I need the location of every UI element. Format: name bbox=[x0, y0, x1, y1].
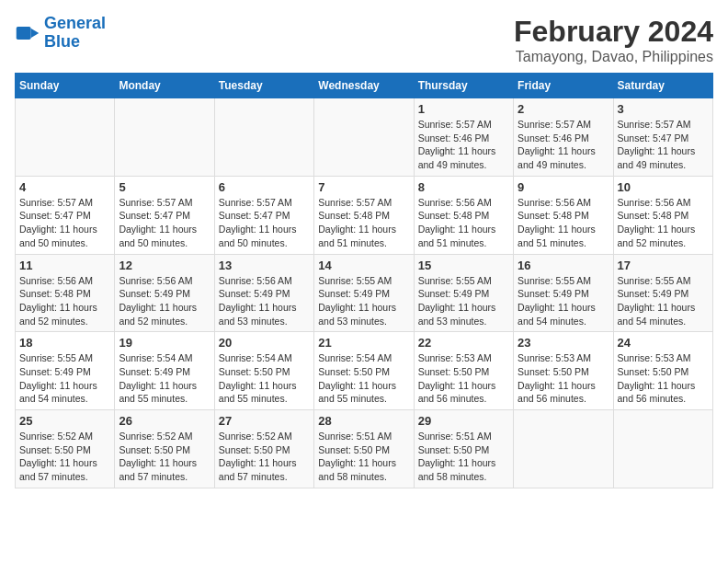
day-info: Sunrise: 5:51 AM Sunset: 5:50 PM Dayligh… bbox=[318, 430, 409, 484]
svg-marker-1 bbox=[31, 29, 40, 39]
day-info: Sunrise: 5:54 AM Sunset: 5:50 PM Dayligh… bbox=[318, 351, 409, 406]
calendar-cell: 3Sunrise: 5:57 AM Sunset: 5:47 PM Daylig… bbox=[613, 98, 712, 177]
day-number: 22 bbox=[418, 336, 509, 350]
day-header-tuesday: Tuesday bbox=[214, 74, 313, 98]
day-header-wednesday: Wednesday bbox=[314, 74, 414, 98]
calendar-cell: 4Sunrise: 5:57 AM Sunset: 5:47 PM Daylig… bbox=[16, 176, 115, 254]
day-number: 8 bbox=[418, 180, 509, 194]
calendar-cell: 2Sunrise: 5:57 AM Sunset: 5:46 PM Daylig… bbox=[514, 98, 613, 177]
day-info: Sunrise: 5:55 AM Sunset: 5:49 PM Dayligh… bbox=[19, 351, 110, 406]
day-info: Sunrise: 5:57 AM Sunset: 5:47 PM Dayligh… bbox=[618, 118, 709, 172]
day-number: 11 bbox=[19, 259, 110, 272]
day-info: Sunrise: 5:57 AM Sunset: 5:48 PM Dayligh… bbox=[318, 196, 409, 250]
day-header-monday: Monday bbox=[115, 74, 214, 98]
day-number: 29 bbox=[418, 414, 509, 428]
day-number: 4 bbox=[19, 180, 110, 194]
calendar-cell: 16Sunrise: 5:55 AM Sunset: 5:49 PM Dayli… bbox=[514, 254, 613, 332]
day-number: 5 bbox=[119, 180, 210, 194]
day-number: 23 bbox=[518, 336, 609, 350]
calendar-table: SundayMondayTuesdayWednesdayThursdayFrid… bbox=[15, 73, 713, 488]
calendar-cell: 7Sunrise: 5:57 AM Sunset: 5:48 PM Daylig… bbox=[314, 176, 414, 254]
day-number: 9 bbox=[518, 180, 609, 194]
calendar-cell: 8Sunrise: 5:56 AM Sunset: 5:48 PM Daylig… bbox=[414, 176, 513, 254]
day-info: Sunrise: 5:52 AM Sunset: 5:50 PM Dayligh… bbox=[119, 430, 210, 484]
calendar-cell: 25Sunrise: 5:52 AM Sunset: 5:50 PM Dayli… bbox=[16, 410, 115, 488]
day-number: 2 bbox=[518, 102, 609, 116]
day-number: 13 bbox=[219, 259, 310, 272]
calendar-cell: 28Sunrise: 5:51 AM Sunset: 5:50 PM Dayli… bbox=[314, 410, 414, 488]
day-info: Sunrise: 5:57 AM Sunset: 5:47 PM Dayligh… bbox=[19, 196, 110, 250]
calendar-cell: 19Sunrise: 5:54 AM Sunset: 5:49 PM Dayli… bbox=[115, 332, 214, 410]
day-info: Sunrise: 5:53 AM Sunset: 5:50 PM Dayligh… bbox=[618, 351, 709, 406]
day-info: Sunrise: 5:56 AM Sunset: 5:48 PM Dayligh… bbox=[418, 196, 509, 250]
day-header-sunday: Sunday bbox=[16, 74, 115, 98]
page-subtitle: Tamayong, Davao, Philippines bbox=[514, 49, 713, 65]
day-header-thursday: Thursday bbox=[414, 74, 513, 98]
calendar-cell: 29Sunrise: 5:51 AM Sunset: 5:50 PM Dayli… bbox=[414, 410, 513, 488]
day-number: 10 bbox=[618, 180, 709, 194]
calendar-cell: 24Sunrise: 5:53 AM Sunset: 5:50 PM Dayli… bbox=[613, 332, 712, 410]
calendar-week-row: 25Sunrise: 5:52 AM Sunset: 5:50 PM Dayli… bbox=[16, 410, 713, 488]
day-number: 7 bbox=[318, 180, 409, 194]
day-header-friday: Friday bbox=[514, 74, 613, 98]
day-info: Sunrise: 5:56 AM Sunset: 5:49 PM Dayligh… bbox=[119, 274, 210, 328]
day-info: Sunrise: 5:57 AM Sunset: 5:47 PM Dayligh… bbox=[219, 196, 310, 250]
calendar-cell: 10Sunrise: 5:56 AM Sunset: 5:48 PM Dayli… bbox=[613, 176, 712, 254]
calendar-cell bbox=[214, 98, 313, 177]
calendar-cell: 21Sunrise: 5:54 AM Sunset: 5:50 PM Dayli… bbox=[314, 332, 414, 410]
day-info: Sunrise: 5:56 AM Sunset: 5:49 PM Dayligh… bbox=[219, 274, 310, 328]
day-number: 3 bbox=[618, 102, 709, 116]
day-number: 17 bbox=[618, 259, 709, 272]
calendar-week-row: 18Sunrise: 5:55 AM Sunset: 5:49 PM Dayli… bbox=[16, 332, 713, 410]
calendar-cell: 12Sunrise: 5:56 AM Sunset: 5:49 PM Dayli… bbox=[115, 254, 214, 332]
day-info: Sunrise: 5:55 AM Sunset: 5:49 PM Dayligh… bbox=[518, 274, 609, 328]
calendar-header-row: SundayMondayTuesdayWednesdayThursdayFrid… bbox=[16, 74, 713, 98]
day-number: 27 bbox=[219, 414, 310, 428]
day-info: Sunrise: 5:54 AM Sunset: 5:49 PM Dayligh… bbox=[119, 351, 210, 406]
day-info: Sunrise: 5:56 AM Sunset: 5:48 PM Dayligh… bbox=[19, 274, 110, 328]
day-number: 1 bbox=[418, 102, 509, 116]
calendar-cell: 20Sunrise: 5:54 AM Sunset: 5:50 PM Dayli… bbox=[214, 332, 313, 410]
calendar-cell bbox=[314, 98, 414, 177]
calendar-cell: 22Sunrise: 5:53 AM Sunset: 5:50 PM Dayli… bbox=[414, 332, 513, 410]
day-info: Sunrise: 5:52 AM Sunset: 5:50 PM Dayligh… bbox=[19, 430, 110, 484]
svg-rect-0 bbox=[17, 27, 31, 40]
calendar-cell: 1Sunrise: 5:57 AM Sunset: 5:46 PM Daylig… bbox=[414, 98, 513, 177]
day-info: Sunrise: 5:56 AM Sunset: 5:48 PM Dayligh… bbox=[618, 196, 709, 250]
day-info: Sunrise: 5:55 AM Sunset: 5:49 PM Dayligh… bbox=[318, 274, 409, 328]
day-number: 21 bbox=[318, 336, 409, 350]
calendar-cell: 26Sunrise: 5:52 AM Sunset: 5:50 PM Dayli… bbox=[115, 410, 214, 488]
day-number: 20 bbox=[219, 336, 310, 350]
calendar-cell: 23Sunrise: 5:53 AM Sunset: 5:50 PM Dayli… bbox=[514, 332, 613, 410]
calendar-cell: 14Sunrise: 5:55 AM Sunset: 5:49 PM Dayli… bbox=[314, 254, 414, 332]
calendar-cell: 27Sunrise: 5:52 AM Sunset: 5:50 PM Dayli… bbox=[214, 410, 313, 488]
day-number: 26 bbox=[119, 414, 210, 428]
calendar-cell bbox=[514, 410, 613, 488]
day-info: Sunrise: 5:52 AM Sunset: 5:50 PM Dayligh… bbox=[219, 430, 310, 484]
calendar-cell bbox=[16, 98, 115, 177]
calendar-week-row: 4Sunrise: 5:57 AM Sunset: 5:47 PM Daylig… bbox=[16, 176, 713, 254]
day-info: Sunrise: 5:57 AM Sunset: 5:46 PM Dayligh… bbox=[518, 118, 609, 172]
day-number: 19 bbox=[119, 336, 210, 350]
day-header-saturday: Saturday bbox=[613, 74, 712, 98]
logo: General Blue bbox=[15, 15, 106, 52]
day-number: 25 bbox=[19, 414, 110, 428]
day-number: 14 bbox=[318, 259, 409, 272]
calendar-cell bbox=[613, 410, 712, 488]
day-info: Sunrise: 5:55 AM Sunset: 5:49 PM Dayligh… bbox=[418, 274, 509, 328]
calendar-cell: 13Sunrise: 5:56 AM Sunset: 5:49 PM Dayli… bbox=[214, 254, 313, 332]
calendar-cell: 18Sunrise: 5:55 AM Sunset: 5:49 PM Dayli… bbox=[16, 332, 115, 410]
calendar-cell: 15Sunrise: 5:55 AM Sunset: 5:49 PM Dayli… bbox=[414, 254, 513, 332]
day-number: 15 bbox=[418, 259, 509, 272]
logo-text: General Blue bbox=[44, 15, 106, 52]
calendar-cell: 17Sunrise: 5:55 AM Sunset: 5:49 PM Dayli… bbox=[613, 254, 712, 332]
day-number: 28 bbox=[318, 414, 409, 428]
calendar-week-row: 1Sunrise: 5:57 AM Sunset: 5:46 PM Daylig… bbox=[16, 98, 713, 177]
day-info: Sunrise: 5:56 AM Sunset: 5:48 PM Dayligh… bbox=[518, 196, 609, 250]
day-info: Sunrise: 5:51 AM Sunset: 5:50 PM Dayligh… bbox=[418, 430, 509, 484]
calendar-cell bbox=[115, 98, 214, 177]
title-block: February 2024 Tamayong, Davao, Philippin… bbox=[514, 15, 713, 65]
day-info: Sunrise: 5:53 AM Sunset: 5:50 PM Dayligh… bbox=[418, 351, 509, 406]
calendar-cell: 11Sunrise: 5:56 AM Sunset: 5:48 PM Dayli… bbox=[16, 254, 115, 332]
page-title: February 2024 bbox=[514, 15, 713, 49]
